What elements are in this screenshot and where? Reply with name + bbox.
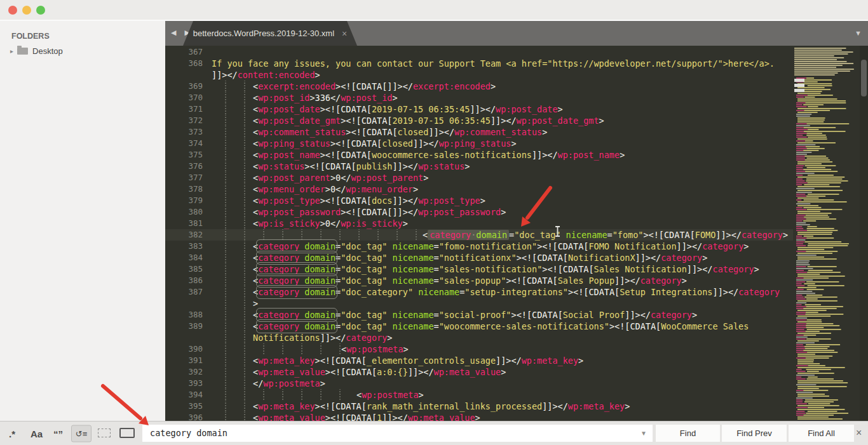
line-number: 372: [165, 115, 212, 126]
line-number: 378: [165, 183, 212, 195]
code-line[interactable]: 389<category domain="doc_tag" nicename="…: [165, 321, 793, 332]
minimap[interactable]: [793, 46, 860, 421]
line-number: 383: [165, 241, 212, 252]
window-controls: [8, 6, 45, 15]
code-line[interactable]: 391<wp:meta_key><![CDATA[_elementor_cont…: [165, 355, 793, 366]
line-number: 375: [165, 149, 212, 161]
code-line[interactable]: 387<category domain="doc_category" nicen…: [165, 286, 793, 298]
title-bar: [0, 0, 868, 21]
code-line[interactable]: 371<wp:post_date><![CDATA[2019-07-15 06:…: [165, 103, 793, 115]
line-number: 374: [165, 138, 212, 149]
code-line[interactable]: 367: [165, 46, 793, 58]
in-selection-toggle[interactable]: [98, 428, 111, 439]
minimap-canvas: [793, 46, 860, 421]
code-line[interactable]: 375<wp:post_name><![CDATA[woocommerce-sa…: [165, 149, 793, 161]
line-number: 385: [165, 263, 212, 275]
wrap-toggle[interactable]: ↺≡: [71, 425, 92, 442]
find-prev-button[interactable]: Find Prev: [722, 425, 787, 442]
close-window-button[interactable]: [8, 6, 17, 15]
line-number: 381: [165, 218, 212, 229]
whole-word-toggle[interactable]: “”: [53, 428, 63, 438]
tab-close-icon[interactable]: ×: [342, 29, 347, 39]
line-number: 391: [165, 355, 212, 366]
code-line[interactable]: 395<wp:meta_key><![CDATA[rank_math_inter…: [165, 401, 793, 412]
sidebar: FOLDERS ▸ Desktop: [0, 21, 165, 421]
tab-bar: ◀ ▶ betterdocs.WordPress.2019-12-30.xml …: [165, 21, 868, 46]
code-line[interactable]: >: [165, 298, 793, 309]
code-line[interactable]: 368If you face any issues, you can conta…: [165, 58, 793, 69]
code-line[interactable]: 393</wp:postmeta>: [165, 378, 793, 389]
code-line[interactable]: Notifications]]></category>: [165, 332, 793, 343]
search-input[interactable]: category domain ▼: [142, 425, 653, 442]
search-history-dropdown-icon[interactable]: ▼: [641, 430, 647, 437]
code-line[interactable]: 390<wp:postmeta>: [165, 343, 793, 355]
case-sensitive-toggle[interactable]: Aa: [31, 428, 43, 438]
find-bar: .*Aa“”↺≡ category domain ▼ Find Find Pre…: [0, 421, 868, 445]
code-line[interactable]: 392<wp:meta_value><![CDATA[a:0:{}]]></wp…: [165, 366, 793, 378]
line-number: 377: [165, 172, 212, 183]
find-match: category domain: [258, 253, 336, 263]
sidebar-item-label: Desktop: [32, 46, 63, 56]
find-match: category domain: [258, 241, 336, 251]
folder-icon: [17, 48, 28, 55]
code-editor[interactable]: 367368If you face any issues, you can co…: [165, 46, 793, 421]
in-selection-icon: [98, 428, 111, 437]
code-line[interactable]: 370<wp:post_id>336</wp:post_id>: [165, 92, 793, 103]
line-number: [165, 298, 212, 309]
code-line[interactable]: 388<category domain="doc_tag" nicename="…: [165, 309, 793, 321]
code-line[interactable]: 394<wp:postmeta>: [165, 389, 793, 401]
line-number: [165, 69, 212, 81]
tab-label: betterdocs.WordPress.2019-12-30.xml: [193, 29, 334, 38]
line-number: 393: [165, 378, 212, 389]
tab-betterdocs-xml[interactable]: betterdocs.WordPress.2019-12-30.xml ×: [183, 21, 357, 46]
code-line[interactable]: 372<wp:post_date_gmt><![CDATA[2019-07-15…: [165, 115, 793, 126]
line-number: 390: [165, 343, 212, 355]
zoom-window-button[interactable]: [36, 6, 45, 15]
code-line[interactable]: 383<category domain="doc_tag" nicename="…: [165, 241, 793, 252]
tab-overflow-icon[interactable]: ▼: [855, 29, 862, 37]
code-lines: 367368If you face any issues, you can co…: [165, 46, 793, 421]
code-line[interactable]: 384<category domain="doc_tag" nicename="…: [165, 252, 793, 263]
code-line[interactable]: 380<wp:post_password><![CDATA[]]></wp:po…: [165, 206, 793, 218]
minimize-window-button[interactable]: [22, 6, 31, 15]
line-number: 369: [165, 81, 212, 92]
code-line[interactable]: 378<wp:menu_order>0</wp:menu_order>: [165, 183, 793, 195]
find-match: category domain: [258, 321, 336, 331]
code-line[interactable]: 386<category domain="doc_tag" nicename="…: [165, 275, 793, 286]
code-line[interactable]: 373<wp:comment_status><![CDATA[closed]]>…: [165, 126, 793, 138]
find-bar-close-icon[interactable]: ×: [856, 427, 862, 439]
find-match: category domain: [258, 276, 336, 286]
code-line[interactable]: 376<wp:status><![CDATA[publish]]></wp:st…: [165, 161, 793, 172]
code-line[interactable]: ]]></content:encoded>: [165, 69, 793, 81]
line-number: 367: [165, 46, 212, 58]
line-number: 388: [165, 309, 212, 321]
folders-header: FOLDERS: [11, 32, 165, 41]
line-number: 379: [165, 195, 212, 206]
regex-toggle[interactable]: .*: [9, 428, 15, 438]
code-line[interactable]: 369<excerpt:encoded><![CDATA[]]></excerp…: [165, 81, 793, 92]
highlight-matches-icon: [119, 428, 135, 438]
find-button[interactable]: Find: [656, 425, 720, 442]
code-line[interactable]: 377<wp:post_parent>0</wp:post_parent>: [165, 172, 793, 183]
line-number: 380: [165, 206, 212, 218]
line-number: 392: [165, 366, 212, 378]
line-number: 387: [165, 286, 212, 298]
highlight-matches-toggle[interactable]: [119, 428, 135, 439]
code-line[interactable]: 374<wp:ping_status><![CDATA[closed]]></w…: [165, 138, 793, 149]
code-line[interactable]: 381<wp:is_sticky>0</wp:is_sticky>: [165, 218, 793, 229]
find-match: category domain: [258, 287, 336, 297]
find-all-button[interactable]: Find All: [789, 425, 854, 442]
expander-triangle-icon[interactable]: ▸: [10, 48, 13, 55]
code-line[interactable]: 379<wp:post_type><![CDATA[docs]]></wp:po…: [165, 195, 793, 206]
code-line-current[interactable]: 382<category·domain="doc_tag" nicename="…: [165, 229, 793, 241]
scrollbar-thumb[interactable]: [861, 60, 867, 96]
sidebar-item-desktop[interactable]: ▸ Desktop: [10, 44, 165, 57]
line-number: 389: [165, 321, 212, 332]
code-line[interactable]: 396<wp:meta_value><![CDATA[1]]></wp:meta…: [165, 412, 793, 421]
line-number: 373: [165, 126, 212, 138]
line-number: 368: [165, 58, 212, 69]
vertical-scrollbar[interactable]: [860, 46, 868, 421]
line-number: 394: [165, 389, 212, 401]
code-line[interactable]: 385<category domain="doc_tag" nicename="…: [165, 263, 793, 275]
line-number: 386: [165, 275, 212, 286]
